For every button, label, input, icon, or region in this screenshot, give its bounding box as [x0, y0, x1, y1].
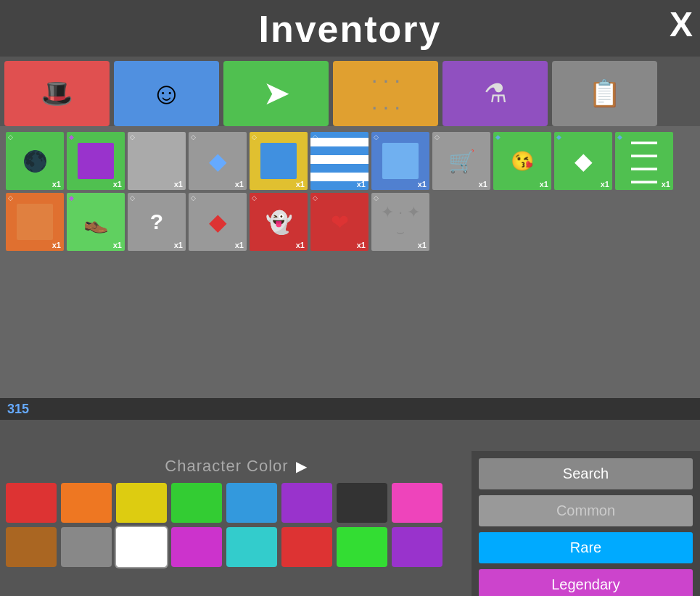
color-grid	[6, 483, 466, 567]
header: Inventory X	[0, 0, 700, 57]
item-face[interactable]: ◆ 😘 x1	[493, 132, 551, 190]
item-boot[interactable]: ◆ 👞 x1	[67, 193, 125, 251]
item-orange-square[interactable]: ◇ x1	[6, 193, 64, 251]
item-blue-square[interactable]: ◇ x1	[250, 132, 308, 190]
play-button[interactable]: ▶	[296, 458, 307, 475]
item-question[interactable]: ◇ ? x1	[128, 193, 186, 251]
item-seeds[interactable]: ◇ 🌑 x1	[6, 132, 64, 190]
item-red-gem[interactable]: ◇ ◆ x1	[189, 193, 247, 251]
tab-pants[interactable]: · · ·· · ·	[333, 61, 438, 126]
item-stripes[interactable]: ◇ x1	[310, 132, 368, 190]
category-tabs: 🎩 ☺ ➤ · · ·· · · ⚗ 📋	[0, 57, 700, 126]
tab-shirt[interactable]: ➤	[223, 61, 329, 126]
color-orange[interactable]	[61, 483, 112, 523]
color-red[interactable]	[6, 483, 57, 523]
item-white-diamond[interactable]: ◆ ◆ x1	[554, 132, 612, 190]
filter-common-button[interactable]: Common	[479, 495, 693, 526]
color-lime[interactable]	[337, 527, 387, 567]
color-gray[interactable]	[61, 527, 112, 567]
page-title: Inventory	[0, 7, 700, 51]
item-ghost[interactable]: ◇ 👻 x1	[250, 193, 308, 251]
color-yellow[interactable]	[116, 483, 167, 523]
color-brown[interactable]	[6, 527, 57, 567]
tab-hat[interactable]: 🎩	[4, 61, 110, 126]
color-cyan[interactable]	[226, 527, 277, 567]
close-button[interactable]: X	[670, 7, 693, 42]
color-purple[interactable]	[281, 483, 332, 523]
item-cart[interactable]: ◇ 🛒 x1	[432, 132, 490, 190]
item-light-blue-square[interactable]: ◇ x1	[371, 132, 429, 190]
inventory-row-2: ◇ x1 ◆ 👞 x1 ◇ ? x1 ◇ ◆ x1 ◇ 👻 x1 ◇ ❤ x1	[6, 193, 694, 251]
inventory-area: ◇ 🌑 x1 ◆ x1 ◇ x1 ◇ ◆ x1 ◇ x1 ◇ x1 ◇	[0, 126, 700, 257]
empty-inventory-space	[0, 257, 700, 398]
item-checkerboard[interactable]: ◇ x1	[128, 132, 186, 190]
color-blue[interactable]	[226, 483, 277, 523]
color-label-row: Character Color ▶	[6, 457, 466, 476]
color-magenta[interactable]	[171, 527, 222, 567]
item-diamond[interactable]: ◇ ◆ x1	[189, 132, 247, 190]
bottom-bar-text: 315	[7, 402, 29, 417]
inventory-row-1: ◇ 🌑 x1 ◆ x1 ◇ x1 ◇ ◆ x1 ◇ x1 ◇ x1 ◇	[6, 132, 694, 190]
color-white[interactable]	[116, 527, 167, 567]
tab-lab[interactable]: ⚗	[442, 61, 548, 126]
filter-rare-button[interactable]: Rare	[479, 532, 693, 563]
item-heart[interactable]: ◇ ❤ x1	[310, 193, 368, 251]
item-list[interactable]: ◆ ▬▬▬▬▬▬▬▬▬▬▬▬ x1	[615, 132, 673, 190]
search-section: Search Common Rare Legendary	[472, 451, 700, 596]
color-crimson[interactable]	[281, 527, 332, 567]
filter-legendary-button[interactable]: Legendary	[479, 569, 693, 596]
bottom-section: Character Color ▶	[0, 451, 700, 596]
color-row-1	[6, 483, 466, 523]
color-section: Character Color ▶	[0, 451, 472, 596]
color-green[interactable]	[171, 483, 222, 523]
item-purple-square[interactable]: ◆ x1	[67, 132, 125, 190]
search-button[interactable]: Search	[479, 458, 693, 489]
bottom-bar: 315	[0, 398, 700, 420]
color-row-2	[6, 527, 466, 567]
color-black[interactable]	[337, 483, 387, 523]
item-sparkle-smile[interactable]: ◇ ✦ · ✦⌣ x1	[371, 193, 429, 251]
color-violet[interactable]	[392, 527, 442, 567]
tab-empty[interactable]: 📋	[552, 61, 657, 126]
tab-face[interactable]: ☺	[114, 61, 219, 126]
color-pink[interactable]	[392, 483, 442, 523]
color-section-label: Character Color	[165, 457, 288, 476]
